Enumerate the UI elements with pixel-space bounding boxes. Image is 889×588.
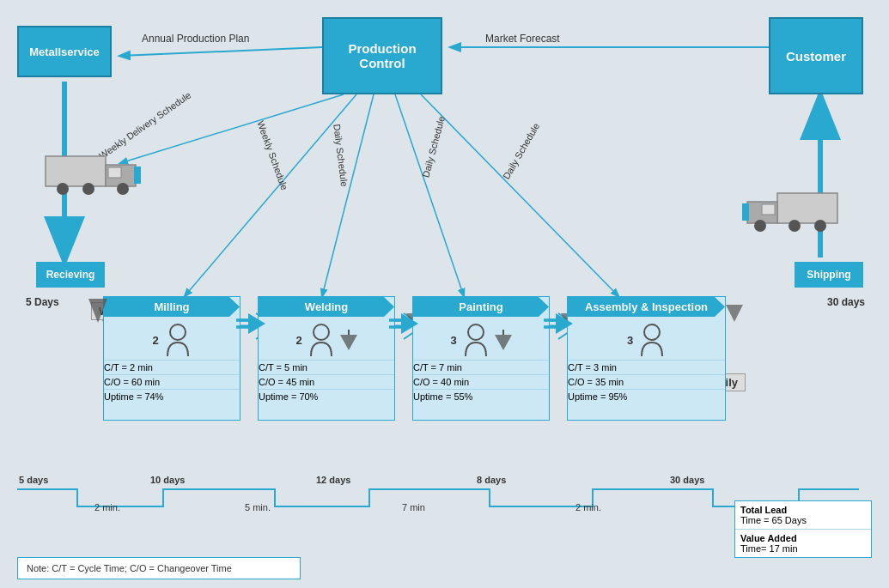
svg-line-8 — [421, 94, 618, 296]
customer-box: Customer — [769, 17, 863, 94]
svg-rect-35 — [762, 204, 775, 215]
days-label-30: 30 days — [670, 475, 704, 485]
svg-rect-28 — [108, 167, 121, 178]
welding-icons: 2 — [259, 317, 394, 360]
svg-point-36 — [814, 220, 826, 232]
annual-plan-label: Annual Production Plan — [142, 33, 249, 45]
assembly-co: C/O = 35 min — [568, 375, 725, 390]
days-label-10: 10 days — [150, 475, 185, 485]
painting-uptime: Uptime = 55% — [413, 390, 549, 403]
days-label-8: 8 days — [477, 475, 506, 485]
lead-time-box: Total Lead Time = 65 Days Value Added Ti… — [734, 500, 872, 558]
svg-line-7 — [395, 94, 464, 296]
truck-right-container: Daily — [739, 185, 842, 235]
painting-ct: C/T = 7 min — [413, 361, 549, 375]
daily-schedule-label-1: Daily Schedule — [332, 124, 350, 187]
inventory-icon-painting — [495, 330, 512, 350]
svg-line-2 — [120, 94, 344, 163]
inventory-triangle-pre-milling — [88, 299, 110, 324]
assembly-uptime: Uptime = 95% — [568, 390, 725, 403]
min-label-2: 2 min. — [94, 502, 120, 512]
svg-marker-48 — [495, 335, 512, 350]
milling-co: C/O = 60 min — [104, 375, 240, 390]
min-label-7: 7 min — [402, 502, 425, 512]
svg-rect-32 — [134, 167, 141, 184]
welding-process: Welding 2 C/T = 5 min C/O = 45 min — [258, 296, 395, 421]
welding-uptime: Uptime = 70% — [259, 390, 394, 403]
truck-left-container: Weekly — [41, 148, 144, 198]
note-box: Note: C/T = Cycle Time; C/O = Changeover… — [17, 557, 301, 579]
painting-header: Painting — [413, 297, 549, 317]
svg-point-40 — [170, 324, 186, 340]
daily-schedule-label-2: Daily Schedule — [420, 115, 447, 179]
svg-point-46 — [468, 324, 484, 340]
min-label-2b: 2 min. — [575, 502, 601, 512]
operator-icon-milling — [164, 324, 192, 356]
svg-point-30 — [82, 183, 94, 195]
shipping-box: Shipping — [795, 262, 863, 288]
svg-point-49 — [644, 324, 660, 340]
inventory-icon-welding — [340, 330, 357, 350]
assembly-ct: C/T = 3 min — [568, 361, 725, 375]
milling-process: Milling 2 C/T = 2 min C/O = 60 min Uptim… — [103, 296, 241, 421]
svg-rect-39 — [742, 203, 749, 221]
days-label-5: 5 days — [19, 475, 48, 485]
daily-schedule-label-3: Daily Schedule — [501, 121, 541, 181]
svg-line-6 — [322, 94, 374, 296]
production-control-box: Production Control — [322, 17, 442, 94]
painting-operator-count: 3 — [450, 334, 456, 347]
svg-point-37 — [789, 220, 801, 232]
weekly-schedule-label: Weekly Schedule — [255, 119, 289, 191]
svg-point-43 — [314, 324, 329, 340]
welding-header: Welding — [259, 297, 394, 317]
truck-right-icon — [739, 185, 842, 232]
min-label-5: 5 min. — [245, 502, 271, 512]
diagram: Production Control Metallservice Custome… — [0, 0, 889, 588]
svg-marker-45 — [340, 335, 357, 350]
days-label-12: 12 days — [316, 475, 350, 485]
value-added-time: Value Added Time= 17 min — [735, 530, 871, 557]
assembly-header: Assembly & Inspection — [568, 297, 725, 317]
milling-icons: 2 — [104, 317, 240, 360]
svg-line-5 — [185, 94, 356, 296]
total-lead-time: Total Lead Time = 65 Days — [735, 501, 871, 530]
assembly-operator-count: 3 — [627, 334, 633, 347]
milling-uptime: Uptime = 74% — [104, 390, 240, 403]
svg-rect-33 — [777, 193, 837, 223]
painting-icons: 3 — [413, 317, 549, 360]
svg-marker-25 — [726, 305, 743, 322]
welding-co: C/O = 45 min — [259, 375, 394, 390]
market-forecast-label: Market Forecast — [485, 33, 560, 45]
milling-ct: C/T = 2 min — [104, 361, 240, 375]
assembly-process: Assembly & Inspection 3 C/T = 3 min C/O … — [567, 296, 726, 421]
painting-process: Painting 3 C/T = 7 min C/O = 40 min — [412, 296, 550, 421]
welding-ct: C/T = 5 min — [259, 361, 394, 375]
svg-point-38 — [754, 220, 766, 232]
painting-co: C/O = 40 min — [413, 375, 549, 390]
assembly-icons: 3 — [568, 317, 725, 360]
shipping-days-label: 30 days — [827, 296, 865, 308]
svg-point-31 — [117, 183, 129, 195]
welding-operator-count: 2 — [295, 334, 301, 347]
svg-line-0 — [120, 47, 322, 56]
operator-icon-assembly — [638, 324, 666, 356]
milling-operator-count: 2 — [152, 334, 158, 347]
svg-rect-26 — [46, 156, 106, 186]
receiving-box: Recieving — [36, 262, 105, 288]
operator-icon-welding — [307, 324, 335, 356]
truck-left-icon — [41, 148, 144, 195]
operator-icon-painting — [462, 324, 490, 356]
milling-header: Milling — [104, 297, 240, 317]
receiving-days-label: 5 Days — [26, 296, 59, 308]
metallservice-box: Metallservice — [17, 26, 112, 77]
svg-point-29 — [57, 183, 69, 195]
svg-marker-41 — [88, 299, 107, 323]
